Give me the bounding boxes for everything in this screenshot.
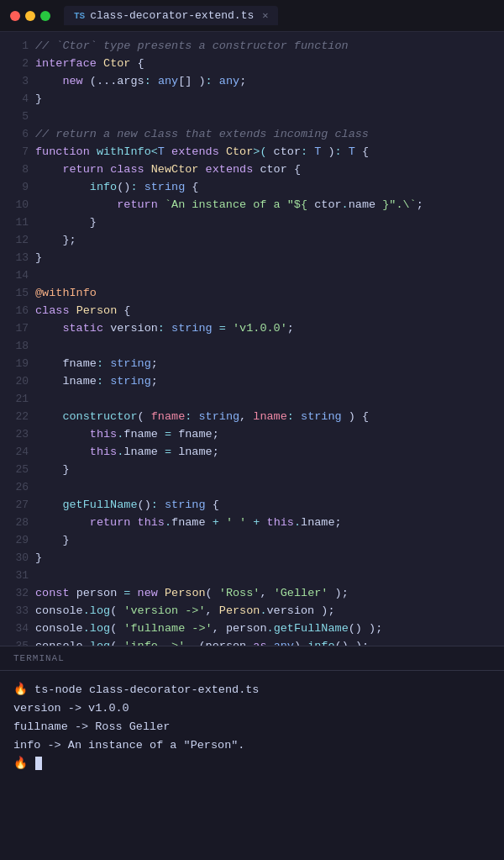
terminal-header: TERMINAL	[0, 646, 504, 671]
terminal-label: TERMINAL	[13, 653, 65, 663]
line-4: }	[35, 90, 491, 108]
line-32: const person = new Person( 'Ross', 'Gell…	[35, 584, 491, 602]
line-24: this.lname = lname;	[35, 443, 491, 461]
ln-8: 8	[10, 161, 29, 178]
line-numbers: 1 2 3 4 5 6 7 8 9 10 11 12 13 14 15 16 1…	[0, 37, 35, 646]
line-16: class Person {	[35, 302, 491, 319]
terminal-content: 🔥 ts-node class-decorator-extend.ts vers…	[0, 671, 504, 783]
terminal-version: version -> v1.0.0	[13, 702, 129, 715]
line-7: function withInfo<T extends Ctor>( ctor:…	[35, 143, 491, 161]
ln-33: 33	[10, 602, 29, 620]
ln-17: 17	[10, 319, 29, 337]
traffic-lights	[10, 11, 50, 21]
ln-35: 35	[10, 637, 29, 646]
tab-close-icon[interactable]: ✕	[262, 9, 268, 22]
line-13: }	[35, 249, 491, 266]
line-6: // return a new class that extends incom…	[35, 125, 491, 143]
ln-10: 10	[10, 196, 29, 214]
ln-15: 15	[10, 284, 29, 302]
terminal-info: info -> An instance of a "Person".	[13, 739, 244, 752]
minimize-button[interactable]	[25, 11, 35, 21]
line-20: lname: string;	[35, 372, 491, 390]
line-31	[35, 567, 491, 584]
terminal-line-5: 🔥	[13, 755, 491, 773]
terminal-command: ts-node class-decorator-extend.ts	[34, 683, 259, 696]
ln-7: 7	[10, 143, 29, 161]
line-34: console.log( 'fullname ->', person.getFu…	[35, 620, 491, 637]
ln-24: 24	[10, 443, 29, 461]
line-28: return this.fname + ' ' + this.lname;	[35, 514, 491, 531]
terminal-line-1: 🔥 ts-node class-decorator-extend.ts	[13, 681, 491, 699]
line-5	[35, 108, 491, 125]
line-35: console.log( 'info ->', (person as any).…	[35, 637, 491, 646]
editor-tab[interactable]: TS class-decorator-extend.ts ✕	[64, 6, 278, 25]
line-29: }	[35, 531, 491, 549]
line-11: }	[35, 214, 491, 231]
terminal-cursor	[35, 757, 42, 770]
line-25: }	[35, 461, 491, 478]
terminal-fullname: fullname -> Ross Geller	[13, 720, 170, 733]
ln-21: 21	[10, 390, 29, 408]
ln-22: 22	[10, 408, 29, 425]
ln-34: 34	[10, 620, 29, 637]
line-26	[35, 478, 491, 496]
typescript-icon: TS	[74, 11, 85, 21]
line-30: }	[35, 549, 491, 567]
line-17: static version: string = 'v1.0.0';	[35, 319, 491, 337]
ln-19: 19	[10, 355, 29, 372]
ln-20: 20	[10, 372, 29, 390]
ln-13: 13	[10, 249, 29, 266]
line-12: };	[35, 231, 491, 249]
maximize-button[interactable]	[40, 11, 50, 21]
ln-27: 27	[10, 496, 29, 514]
tab-filename: class-decorator-extend.ts	[90, 9, 254, 22]
ln-1: 1	[10, 37, 29, 55]
terminal-line-2: version -> v1.0.0	[13, 699, 491, 718]
terminal-line-4: info -> An instance of a "Person".	[13, 736, 491, 755]
line-27: getFullName(): string {	[35, 496, 491, 514]
ln-6: 6	[10, 125, 29, 143]
line-19: fname: string;	[35, 355, 491, 372]
code-content: 1 2 3 4 5 6 7 8 9 10 11 12 13 14 15 16 1…	[0, 32, 504, 646]
line-2: interface Ctor {	[35, 55, 491, 72]
close-button[interactable]	[10, 11, 20, 21]
code-editor: 1 2 3 4 5 6 7 8 9 10 11 12 13 14 15 16 1…	[0, 32, 504, 646]
titlebar: TS class-decorator-extend.ts ✕	[0, 0, 504, 32]
ln-5: 5	[10, 108, 29, 125]
ln-28: 28	[10, 514, 29, 531]
fire-icon-2: 🔥	[13, 757, 28, 770]
line-21	[35, 390, 491, 408]
ln-31: 31	[10, 567, 29, 584]
line-14	[35, 266, 491, 284]
ln-2: 2	[10, 55, 29, 72]
ln-16: 16	[10, 302, 29, 319]
ln-29: 29	[10, 531, 29, 549]
line-15: @withInfo	[35, 284, 491, 302]
ln-14: 14	[10, 266, 29, 284]
ln-30: 30	[10, 549, 29, 567]
line-1: // `Ctor` type presents a constructor fu…	[35, 37, 491, 55]
terminal-line-3: fullname -> Ross Geller	[13, 718, 491, 736]
line-23: this.fname = fname;	[35, 425, 491, 443]
ln-12: 12	[10, 231, 29, 249]
line-22: constructor( fname: string, lname: strin…	[35, 408, 491, 425]
ln-9: 9	[10, 178, 29, 196]
line-33: console.log( 'version ->', Person.versio…	[35, 602, 491, 620]
ln-25: 25	[10, 461, 29, 478]
ln-4: 4	[10, 90, 29, 108]
line-8: return class NewCtor extends ctor {	[35, 161, 491, 178]
ln-32: 32	[10, 584, 29, 602]
line-3: new (...args: any[] ): any;	[35, 72, 491, 90]
ln-18: 18	[10, 337, 29, 355]
line-10: return `An instance of a "${ ctor.name }…	[35, 196, 491, 214]
ln-23: 23	[10, 425, 29, 443]
ln-11: 11	[10, 214, 29, 231]
code-lines: // `Ctor` type presents a constructor fu…	[35, 37, 504, 646]
line-18	[35, 337, 491, 355]
fire-icon-1: 🔥	[13, 683, 28, 696]
terminal-panel: TERMINAL 🔥 ts-node class-decorator-exten…	[0, 646, 504, 860]
ln-3: 3	[10, 72, 29, 90]
ln-26: 26	[10, 478, 29, 496]
line-9: info(): string {	[35, 178, 491, 196]
